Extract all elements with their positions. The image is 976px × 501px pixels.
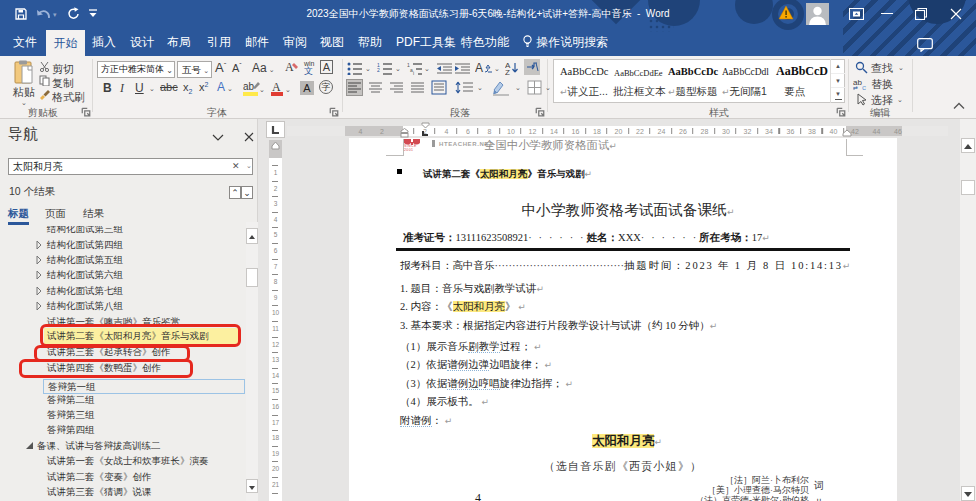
svg-text:⇄: ⇄ (853, 85, 858, 90)
svg-text:Z: Z (505, 68, 510, 76)
svg-text:A: A (475, 61, 483, 75)
svg-text:⌄: ⌄ (259, 86, 265, 93)
svg-text:文: 文 (304, 66, 313, 75)
svg-text:ab: ab (243, 81, 255, 92)
svg-text:i: i (413, 70, 414, 75)
svg-text:A: A (272, 80, 281, 94)
svg-text:2: 2 (377, 67, 380, 73)
svg-text:A: A (285, 60, 294, 74)
svg-text:c: c (862, 83, 866, 90)
svg-text:⌄: ⌄ (285, 86, 291, 93)
